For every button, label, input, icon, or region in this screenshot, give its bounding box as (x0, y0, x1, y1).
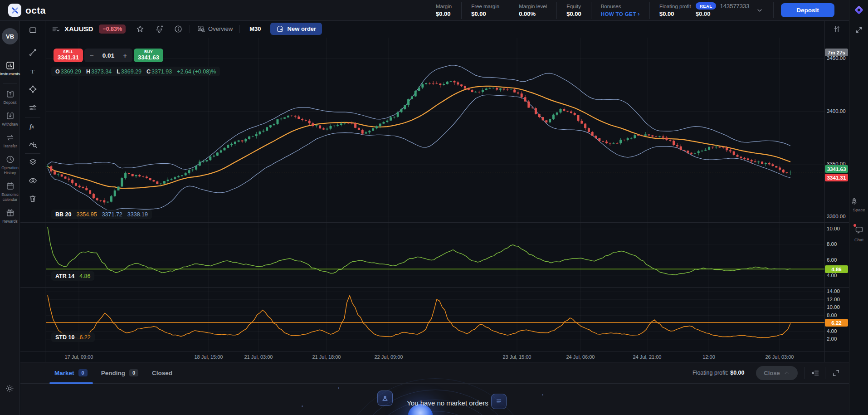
stat-bonuses[interactable]: BonusesHOW TO GET › (591, 2, 650, 19)
scale-tick: 4.00 (827, 328, 837, 334)
close-all-button[interactable]: Close (756, 366, 798, 380)
fullscreen-icon[interactable] (854, 25, 863, 34)
tab-pending[interactable]: Pending0 (101, 369, 138, 376)
account-stats: Margin$0.00Free margin$0.00Margin level0… (426, 0, 701, 20)
bb-indicator-label[interactable]: BB 20 3354.95 3371.72 3338.19 (51, 210, 152, 219)
sidebar-item-rewards[interactable]: Rewards (0, 208, 20, 224)
chevron-down-icon[interactable] (756, 7, 763, 14)
std-indicator-label[interactable]: STD 10 6.22 (51, 332, 95, 342)
real-account-badge: REAL (696, 2, 716, 10)
instrument-info-icon[interactable] (174, 24, 183, 34)
time-axis-label: 26 Jul, 03:00 (758, 354, 801, 360)
sidebar-item-withdraw[interactable]: Withdraw (0, 111, 20, 127)
stat-free-margin: Free margin$0.00 (462, 2, 509, 19)
time-axis-label: 24 Jul, 06:00 (559, 354, 602, 360)
tab-count-badge: 0 (129, 369, 138, 376)
tab-market[interactable]: Market0 (54, 369, 88, 376)
price-alert-bell-icon[interactable] (155, 24, 164, 34)
stat-margin-level: Margin level0.00% (509, 2, 557, 19)
scale-tick: 2.00 (827, 336, 837, 342)
scale-tick: 3450.00 (827, 55, 846, 61)
panel-layout-icon[interactable] (28, 25, 38, 35)
tab-count-badge: 0 (78, 369, 88, 376)
buy-button[interactable]: BUY 3341.63 (134, 49, 163, 62)
time-axis-label: 24 Jul, 21:00 (625, 354, 669, 360)
favorite-star-icon[interactable] (136, 24, 145, 34)
sidebar-item-instruments[interactable]: Instruments (0, 61, 20, 77)
overview-icon (197, 24, 205, 33)
ohlc-readout: O3369.29 H3373.34 L3369.29 C3371.93 +2.6… (51, 67, 220, 76)
account-selector[interactable]: REAL 143577333 $0.00 (696, 2, 774, 18)
long-position-tool-icon[interactable] (28, 103, 38, 112)
volume-increase-button[interactable]: + (123, 52, 127, 59)
transfer-icon (5, 133, 15, 142)
visibility-eye-icon[interactable] (28, 176, 38, 186)
sidebar-item-deposit[interactable]: Deposit (0, 89, 20, 105)
scale-tick: 14.00 (827, 288, 840, 294)
sidebar-item-calendar[interactable]: Economic calendar (0, 181, 20, 202)
stat-floating-profit: Floating profit$0.00 (650, 2, 701, 19)
rocket-icon (849, 197, 859, 206)
deposit-button[interactable]: Deposit (781, 3, 834, 17)
shapes-tool-icon[interactable] (28, 84, 38, 94)
indicators-fx-icon[interactable]: fx (28, 121, 38, 131)
scale-tick: 12.00 (827, 297, 840, 302)
chat-button[interactable]: Chat (849, 225, 868, 242)
divider (239, 25, 240, 33)
octa-space-diamond-icon[interactable] (853, 5, 864, 15)
ask-price-badge: 3341.63 (825, 165, 848, 173)
orders-panel: Market0Pending0Closed Floating profit:$0… (20, 362, 849, 415)
octa-logo[interactable]: octa (8, 4, 46, 17)
volume-decrease-button[interactable]: − (90, 52, 94, 59)
chart-settings-icon[interactable] (825, 21, 849, 37)
sell-button[interactable]: SELL 3341.31 (54, 49, 83, 62)
scale-tick: 4.00 (827, 273, 837, 278)
pattern-search-icon[interactable] (28, 140, 38, 149)
delete-drawings-icon[interactable] (28, 194, 37, 203)
tab-closed[interactable]: Closed (152, 370, 172, 376)
right-rail: Space Chat (849, 0, 868, 415)
symbol-name[interactable]: XAUUSD (64, 25, 93, 33)
scale-tick: 8.00 (827, 241, 837, 247)
sidebar-item-transfer[interactable]: Transfer (0, 133, 20, 149)
octa-logo-icon (8, 4, 21, 17)
new-order-button[interactable]: New order (270, 23, 322, 35)
overview-button[interactable]: Overview (197, 24, 233, 33)
floating-profit-readout: Floating profit:$0.00 (692, 370, 745, 376)
time-axis-label: 23 Jul, 15:00 (495, 354, 539, 360)
user-avatar[interactable]: VB (2, 28, 18, 44)
dock-panel-icon[interactable] (831, 368, 841, 378)
customize-columns-icon[interactable] (810, 368, 820, 378)
chevron-right-icon: › (638, 10, 640, 17)
text-tool-icon[interactable]: T (28, 67, 38, 76)
scale-tick: 10.00 (827, 304, 840, 310)
scale-tick: 8.00 (827, 312, 837, 318)
price-chart[interactable] (0, 0, 868, 415)
topbar: octa Margin$0.00Free margin$0.00Margin l… (0, 0, 849, 21)
layers-icon[interactable] (28, 157, 38, 167)
deposit-icon (5, 89, 15, 99)
stat-equity: Equity$0.00 (557, 2, 591, 19)
empty-state-message: You have no market orders (389, 399, 507, 407)
scale-tick: 3300.00 (827, 214, 846, 219)
time-axis-label: 21 Jul, 03:00 (237, 354, 280, 360)
divider (190, 25, 190, 33)
time-axis-label: 22 Jul, 09:00 (367, 354, 410, 360)
scale-tick: 6.00 (827, 257, 837, 263)
timeframe-button[interactable]: M30 (249, 25, 261, 32)
trend-line-tool-icon[interactable] (28, 48, 38, 57)
divider (825, 367, 825, 379)
volume-value[interactable]: 0.01 (102, 52, 114, 59)
atr-indicator-label[interactable]: ATR 14 4.86 (51, 271, 94, 281)
symbol-change-badge: −0.83% (99, 24, 126, 34)
space-button[interactable]: Space (849, 197, 868, 212)
sidebar-item-history[interactable]: Operation History (0, 155, 20, 176)
instrument-list-icon[interactable] (51, 24, 60, 34)
quick-trade-widget: SELL 3341.31 − 0.01 + BUY 3341.63 (54, 49, 163, 62)
scale-tick: 3400.00 (827, 108, 846, 114)
rewards-icon (5, 208, 15, 218)
svg-text:T: T (31, 68, 34, 75)
drawing-tools-rail: T fx (20, 21, 45, 362)
theme-toggle-icon[interactable] (5, 384, 15, 393)
ohlc-change: +2.64 (+0.08)% (177, 68, 216, 75)
